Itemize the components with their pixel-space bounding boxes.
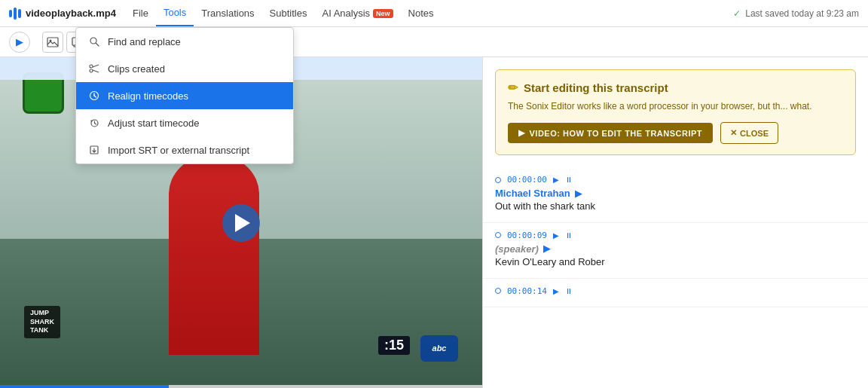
menu-clips-created[interactable]: Clips created [76,55,293,82]
close-x-icon: ✕ [730,128,737,138]
transcript-meta-3: 00:00:14 ▶ ⏸ [495,286,856,296]
svg-line-5 [96,44,99,47]
new-badge: New [373,9,393,18]
abc-logo: abc [420,335,458,362]
editing-tip-banner: ✏ Start editing this transcript The Soni… [495,69,856,155]
timer-display: :15 [378,336,410,355]
logo-bar-2 [14,8,17,20]
nav-notes[interactable]: Notes [401,0,442,26]
progress-fill [0,385,169,388]
speaker-name-1: Michael Strahan ▶ [495,188,856,199]
transcript-text-1[interactable]: Out with the shark tank [495,199,856,215]
play-btn-2[interactable]: ▶ [553,231,559,240]
editing-tip-actions: ▶ VIDEO: HOW TO EDIT THE TRANSCRIPT ✕ CL… [508,122,843,144]
play-triangle-icon [235,214,250,232]
svg-line-9 [93,70,99,72]
pencil-icon: ✏ [508,81,518,95]
nav-file[interactable]: File [125,0,156,26]
video-camera-icon: ▶ [518,128,525,138]
menu-adjust-start[interactable]: Adjust start timecode [76,109,293,136]
timestamp-3: 00:00:14 [507,286,547,296]
pause-btn-1[interactable]: ⏸ [565,176,573,184]
transcript-entry-2: 00:00:09 ▶ ⏸ (speaker) ▶ Kevin O'Leary a… [483,223,868,279]
svg-point-6 [90,65,93,68]
logo-bar-1 [9,10,12,17]
search-menu-icon [88,35,100,47]
transcript-panel: ✏ Start editing this transcript The Soni… [482,57,868,388]
play-button[interactable]: ▶ [9,32,30,53]
transcript-text-2[interactable]: Kevin O'Leary and Rober [495,255,856,270]
timestamp-dot-3 [495,288,501,294]
menu-find-replace[interactable]: Find and replace [76,28,293,55]
transcript-entry-1: 00:00:00 ▶ ⏸ Michael Strahan ▶ Out with … [483,167,868,223]
clock-adjust-icon [88,117,100,129]
video-play-overlay[interactable] [222,204,260,242]
progress-bar[interactable] [0,385,482,388]
transcript-meta-1: 00:00:00 ▶ ⏸ [495,175,856,185]
save-status: ✓ Last saved today at 9:23 am [733,8,859,19]
menu-realign-timecodes[interactable]: Realign timecodes [76,82,293,109]
nav-menu: File Tools Translations Subtitles AI Ana… [125,0,442,26]
play-btn-1[interactable]: ▶ [553,176,559,184]
speaker-name-2: (speaker) ▶ [495,243,856,255]
timestamp-dot-1 [495,177,501,183]
svg-line-8 [93,65,99,67]
check-icon: ✓ [733,8,741,19]
transcript-meta-2: 00:00:09 ▶ ⏸ [495,231,856,240]
play-icon: ▶ [16,36,23,47]
nav-ai-analysis[interactable]: AI Analysis New [314,0,400,26]
editing-tip-title: ✏ Start editing this transcript [508,81,843,95]
speaker-arrow-1: ▶ [575,188,582,199]
top-bar: videoplayback.mp4 File Tools Translation… [0,0,868,27]
pause-btn-2[interactable]: ⏸ [565,231,573,240]
app-logo: videoplayback.mp4 [9,8,116,20]
svg-point-4 [90,38,96,44]
play-btn-3[interactable]: ▶ [553,287,559,295]
video-how-button[interactable]: ▶ VIDEO: HOW TO EDIT THE TRANSCRIPT [508,123,713,143]
overlay-text: JUMPSHARKTANK [24,306,60,338]
svg-point-7 [90,69,93,72]
scissors-menu-icon [88,63,100,75]
svg-rect-0 [47,38,58,47]
close-tip-button[interactable]: ✕ CLOSE [720,122,778,144]
import-menu-icon [88,144,100,156]
speaker-arrow-2: ▶ [543,243,550,254]
file-title: videoplayback.mp4 [26,8,116,19]
person-figure [169,157,259,355]
nav-tools[interactable]: Tools [156,0,194,26]
transcript-entry-3: 00:00:14 ▶ ⏸ [483,279,868,307]
editing-tip-body: The Sonix Editor works like a word proce… [508,99,843,113]
image-icon [47,36,59,48]
nav-subtitles[interactable]: Subtitles [262,0,315,26]
menu-import-srt[interactable]: Import SRT or external transcript [76,136,293,163]
timestamp-1: 00:00:00 [507,175,547,185]
nav-translations[interactable]: Translations [194,0,261,26]
logo-bar-3 [18,9,21,18]
tools-dropdown-menu: Find and replace Clips created Realign t… [75,27,294,164]
timestamp-2: 00:00:09 [507,231,547,240]
clock-menu-icon [88,90,100,102]
screenshot-icon-btn[interactable] [42,32,63,53]
timestamp-dot-2 [495,232,501,238]
pause-btn-3[interactable]: ⏸ [565,287,573,295]
logo-icon [9,8,21,20]
